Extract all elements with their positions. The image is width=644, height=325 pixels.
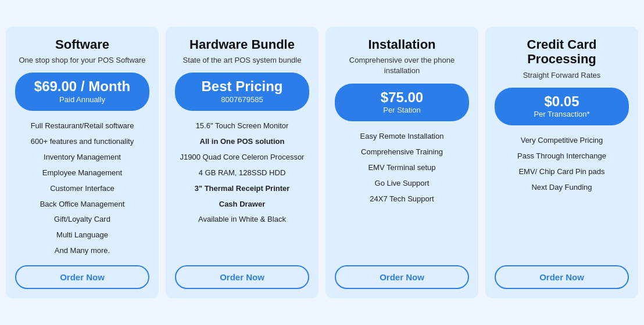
- card-software: SoftwareOne stop shop for your POS Softw…: [6, 27, 159, 298]
- feature-item-credit-card-2: EMV/ Chip Card Pin pads: [518, 167, 604, 177]
- price-sub-hardware: 8007679585: [188, 95, 296, 105]
- feature-item-software-5: Back Office Management: [40, 200, 125, 210]
- price-sub-installation: Per Station: [348, 106, 456, 115]
- order-button-software[interactable]: Order Now: [15, 265, 149, 289]
- feature-item-software-1: 600+ features and functionality: [31, 137, 134, 147]
- price-main-software: $69.00 / Month: [28, 78, 137, 95]
- features-list-hardware: 15.6" Touch Screen MonitorAll in One POS…: [175, 121, 309, 256]
- price-main-installation: $75.00: [348, 89, 456, 106]
- price-badge-credit-card: $0.05Per Transaction*: [495, 88, 629, 126]
- price-badge-installation: $75.00Per Station: [335, 84, 469, 122]
- feature-item-hardware-2: J1900 Quad Core Celeron Processor: [180, 153, 305, 162]
- feature-item-installation-3: Go Live Support: [375, 179, 430, 189]
- feature-item-hardware-4: 3" Thermal Receipt Printer: [195, 184, 290, 194]
- order-button-credit-card[interactable]: Order Now: [495, 265, 629, 289]
- feature-item-credit-card-1: Pass Through Interchange: [517, 151, 606, 161]
- price-badge-software: $69.00 / MonthPaid Annually: [15, 73, 149, 111]
- feature-item-hardware-0: 15.6" Touch Screen Monitor: [196, 121, 289, 131]
- feature-item-software-6: Gift/Loyalty Card: [54, 215, 110, 225]
- card-subtitle-credit-card: Straight Forward Rates: [523, 70, 601, 81]
- features-list-installation: Easy Remote InstallationComprehensive Tr…: [335, 132, 469, 256]
- card-title-credit-card: Credit Card Processing: [495, 37, 629, 67]
- feature-item-installation-1: Comprehensive Training: [361, 147, 443, 157]
- price-main-credit-card: $0.05: [507, 93, 616, 110]
- feature-item-credit-card-3: Next Day Funding: [531, 183, 592, 193]
- feature-item-hardware-1: All in One POS solution: [200, 137, 285, 147]
- feature-item-software-2: Inventory Management: [44, 153, 121, 162]
- card-installation: InstallationComprehensive over the phone…: [325, 27, 478, 298]
- feature-item-credit-card-0: Very Competitive Pricing: [521, 136, 603, 146]
- feature-item-software-7: Multi Language: [56, 230, 108, 240]
- card-subtitle-software: One stop shop for your POS Software: [19, 55, 145, 66]
- feature-item-software-3: Employee Management: [42, 168, 122, 178]
- features-list-software: Full Restaurant/Retail software600+ feat…: [15, 121, 149, 256]
- price-badge-hardware: Best Pricing8007679585: [175, 73, 309, 111]
- price-main-hardware: Best Pricing: [188, 78, 296, 95]
- feature-item-hardware-5: Cash Drawer: [219, 200, 265, 210]
- feature-item-hardware-6: Available in White & Black: [198, 215, 286, 225]
- order-button-hardware[interactable]: Order Now: [175, 265, 309, 289]
- feature-item-software-8: And Many more.: [55, 246, 110, 256]
- card-title-hardware: Hardware Bundle: [189, 37, 295, 52]
- feature-item-hardware-3: 4 GB RAM, 128SSD HDD: [199, 168, 286, 178]
- feature-item-installation-2: EMV Terminal setup: [368, 163, 435, 173]
- feature-item-installation-4: 24X7 Tech Support: [370, 194, 434, 204]
- order-button-installation[interactable]: Order Now: [335, 265, 469, 289]
- cards-container: SoftwareOne stop shop for your POS Softw…: [6, 27, 638, 298]
- feature-item-software-0: Full Restaurant/Retail software: [31, 121, 134, 131]
- features-list-credit-card: Very Competitive PricingPass Through Int…: [495, 136, 629, 256]
- card-subtitle-installation: Comprehensive over the phone installatio…: [335, 55, 469, 76]
- card-subtitle-hardware: State of the art POS system bundle: [183, 55, 302, 66]
- card-hardware: Hardware BundleState of the art POS syst…: [166, 27, 319, 298]
- card-title-software: Software: [55, 37, 109, 52]
- feature-item-software-4: Customer Interface: [50, 184, 115, 194]
- card-credit-card: Credit Card ProcessingStraight Forward R…: [485, 27, 638, 298]
- card-title-installation: Installation: [368, 37, 435, 52]
- price-sub-credit-card: Per Transaction*: [507, 110, 616, 120]
- price-sub-software: Paid Annually: [28, 95, 137, 105]
- feature-item-installation-0: Easy Remote Installation: [360, 132, 444, 142]
